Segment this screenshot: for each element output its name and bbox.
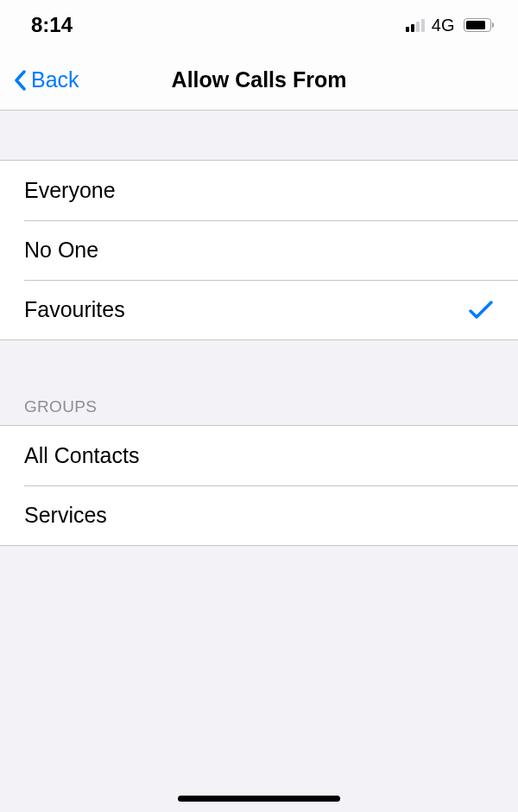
network-label: 4G (432, 16, 455, 35)
signal-icon (406, 18, 425, 32)
groups-list: All Contacts Services (0, 425, 518, 546)
option-label: No One (24, 238, 98, 263)
status-time: 8:14 (31, 13, 73, 37)
groups-header: GROUPS (0, 340, 518, 425)
option-label: Services (24, 503, 107, 528)
battery-icon (464, 18, 495, 32)
chevron-left-icon (12, 68, 28, 92)
status-bar: 8:14 4G (0, 0, 518, 50)
option-no-one[interactable]: No One (0, 220, 518, 280)
home-indicator[interactable] (178, 796, 340, 802)
option-everyone[interactable]: Everyone (0, 161, 518, 220)
option-label: Favourites (24, 297, 125, 322)
back-button[interactable]: Back (0, 67, 79, 92)
checkmark-icon (468, 300, 494, 320)
nav-bar: Back Allow Calls From (0, 50, 518, 111)
back-label: Back (31, 67, 79, 92)
option-services[interactable]: Services (0, 485, 518, 545)
option-all-contacts[interactable]: All Contacts (0, 426, 518, 485)
option-label: All Contacts (24, 443, 139, 468)
allow-calls-list: Everyone No One Favourites (0, 160, 518, 340)
status-right: 4G (406, 16, 494, 35)
option-favourites[interactable]: Favourites (0, 280, 518, 339)
option-label: Everyone (24, 178, 116, 203)
